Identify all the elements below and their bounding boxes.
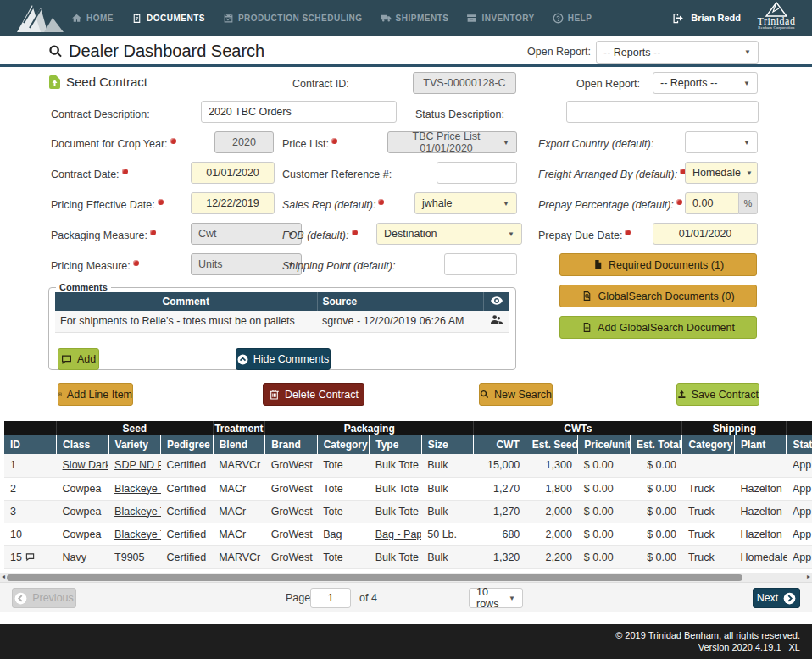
comment-source: sgrove - 12/20/2019 06:26 AM [317, 311, 483, 332]
column-header-total_cost[interactable]: Est. Total Cost [630, 435, 682, 454]
column-header-size[interactable]: Size [421, 435, 474, 454]
type-link[interactable]: Bag - Pap... [375, 529, 422, 540]
nav-item-inventory[interactable]: INVENTORY [466, 13, 534, 24]
rows-per-page-select[interactable]: 10 rows▼ [469, 588, 523, 608]
cell-size: Bulk [421, 500, 474, 523]
table-row[interactable]: 3CowpeaBlackeye Ty...CertifiedMACrGroWes… [4, 500, 812, 523]
nav-item-home[interactable]: HOME [71, 13, 114, 24]
globalsearch-documents-button[interactable]: GlobalSearch Documents (0) [559, 285, 757, 307]
cell-size: Bulk [421, 454, 474, 477]
new-search-button[interactable]: New Search [479, 383, 553, 406]
column-header-id[interactable]: ID [4, 435, 57, 454]
chevron-down-icon: ▼ [498, 200, 509, 208]
add-globalsearch-document-button[interactable]: Add GlobalSearch Document [559, 316, 757, 339]
contract-description-input[interactable] [201, 101, 397, 123]
sales-rep-label: Sales Rep (default): [282, 199, 384, 211]
pricing-effective-date-input[interactable]: 12/22/2019 [191, 192, 275, 214]
required-indicator [625, 230, 631, 235]
freight-arranged-select[interactable]: Homedale▼ [685, 162, 758, 184]
page-count-label: of 4 [359, 592, 377, 604]
nav-item-documents[interactable]: DOCUMENTS [131, 13, 205, 24]
column-header-variety[interactable]: Variety [108, 435, 161, 454]
customer-reference-label: Customer Reference #: [282, 169, 392, 180]
prepay-due-date-input[interactable]: 01/01/2020 [653, 223, 758, 245]
table-row[interactable]: 10CowpeaBlackeye Ty...CertifiedMACrGroWe… [4, 523, 812, 545]
class-link[interactable]: Slow Darken... [63, 459, 109, 471]
column-header-status[interactable]: Stat [787, 435, 812, 454]
next-page-button[interactable]: Next [753, 588, 800, 608]
previous-page-button[interactable]: Previous [12, 588, 76, 608]
contract-date-input[interactable]: 01/01/2020 [191, 162, 275, 184]
cell-blend: MACr [213, 477, 265, 500]
hide-comments-button[interactable]: Hide Comments [236, 348, 331, 370]
column-header-cwt[interactable]: CWT [474, 435, 526, 454]
save-contract-button[interactable]: Save Contract [676, 383, 759, 406]
add-line-item-button[interactable]: Add Line Item [58, 383, 133, 406]
variety-link[interactable]: SDP ND Pal... [114, 459, 161, 471]
add-comment-button[interactable]: Add [58, 348, 99, 370]
cell-cwt: 1,270 [474, 500, 526, 523]
column-header-class[interactable]: Class [57, 435, 109, 454]
group-header-shipping: Shipping [682, 421, 787, 435]
cell-ship_category: Truck [682, 545, 735, 568]
copyright-text: © 2019 Trinidad Benham, all rights reser… [615, 630, 800, 640]
column-header-category[interactable]: Category [317, 435, 370, 454]
user-menu-button[interactable]: Brian Redd [671, 0, 741, 36]
table-row[interactable]: 2CowpeaBlackeye Ty...CertifiedMACrGroWes… [4, 477, 812, 500]
cell-type: Bulk Tote [370, 454, 422, 477]
price-list-select[interactable]: TBC Price List 01/01/2020▼ [387, 131, 517, 153]
shipping-point-input[interactable] [444, 253, 517, 275]
chevron-up-circle-icon [237, 354, 248, 365]
scrollbar-thumb[interactable] [7, 574, 742, 581]
comment-visibility-cell[interactable] [483, 311, 509, 332]
export-country-select[interactable]: ▼ [685, 131, 758, 153]
cell-blend: MACr [213, 523, 265, 545]
nav-item-production-scheduling[interactable]: PRODUCTION SCHEDULING [223, 13, 363, 24]
column-header-ship_category[interactable]: Category [682, 435, 735, 454]
cell-seed_count: 2,000 [526, 500, 578, 523]
scroll-right-icon[interactable]: ▸ [807, 573, 810, 580]
required-documents-button[interactable]: Required Documents (1) [559, 253, 757, 276]
variety-link[interactable]: Blackeye Ty... [114, 506, 161, 518]
page-number-input[interactable] [310, 588, 351, 608]
document-search-icon [581, 291, 592, 302]
cell-seed_count: 2,200 [526, 545, 578, 568]
status-description-input[interactable] [566, 101, 759, 123]
cell-size: Bulk [421, 545, 474, 568]
variety-link[interactable]: Blackeye Ty... [114, 483, 161, 495]
cell-status: App [787, 477, 812, 500]
version-badge: XL [789, 642, 800, 652]
sales-rep-select[interactable]: jwhale▼ [414, 192, 517, 214]
nav-item-shipments[interactable]: SHIPMENTS [381, 13, 449, 24]
open-report-select[interactable]: -- Reports -- ▼ [596, 41, 759, 64]
column-header-seed_count[interactable]: Est. Seed Count [526, 435, 578, 454]
delete-contract-button[interactable]: Delete Contract [263, 383, 364, 406]
prepay-percentage-input[interactable]: 0.00 [685, 192, 739, 214]
column-header-price_unit[interactable]: Price/unit [578, 435, 631, 454]
fob-select[interactable]: Destination▼ [376, 223, 522, 245]
dealer-dashboard-page: HOMEDOCUMENTSPRODUCTION SCHEDULINGSHIPME… [0, 0, 812, 659]
variety-link[interactable]: Blackeye Ty... [114, 529, 161, 540]
nav-item-help[interactable]: HELP [553, 13, 592, 24]
column-header-blend[interactable]: Blend [213, 435, 265, 454]
horizontal-scrollbar[interactable]: ◂ ▸ [0, 573, 812, 582]
required-indicator [331, 138, 337, 144]
logout-icon [671, 12, 684, 25]
customer-reference-input[interactable] [437, 162, 517, 184]
column-header-type[interactable]: Type [370, 435, 422, 454]
brand-logo[interactable]: Trinidad Benham Corporation [746, 2, 807, 36]
scroll-left-icon[interactable]: ◂ [2, 573, 5, 580]
cell-total_cost: $ 0.00 [630, 454, 682, 477]
page-footer: © 2019 Trinidad Benham, all rights reser… [0, 624, 812, 659]
eye-column[interactable] [483, 292, 509, 311]
truck-icon [381, 13, 392, 24]
open-report-form-select[interactable]: -- Reports --▼ [653, 72, 758, 94]
column-header-pedigree[interactable]: Pedigree [161, 435, 214, 454]
column-header-plant[interactable]: Plant [734, 435, 787, 454]
cell-plant [734, 454, 787, 477]
column-header-brand[interactable]: Brand [265, 435, 318, 454]
comment-bubble-icon [61, 354, 72, 365]
documents-icon [131, 13, 142, 24]
table-row[interactable]: 15NavyT9905CertifiedMARVCrGroWestToteBul… [4, 545, 812, 568]
table-row[interactable]: 1Slow Darken...SDP ND Pal...CertifiedMAR… [4, 454, 812, 477]
